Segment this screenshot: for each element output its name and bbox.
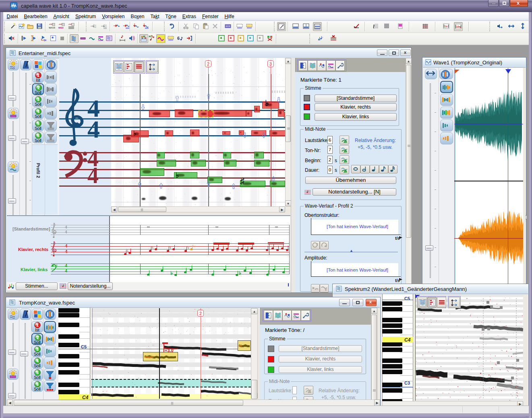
svg-text:10s: 10s: [456, 25, 461, 28]
svg-text:WAVE: WAVE: [49, 27, 55, 29]
svg-text:MIDI: MIDI: [58, 27, 64, 29]
svg-text:1s: 1s: [445, 25, 448, 28]
svg-text:6: 6: [177, 36, 180, 41]
